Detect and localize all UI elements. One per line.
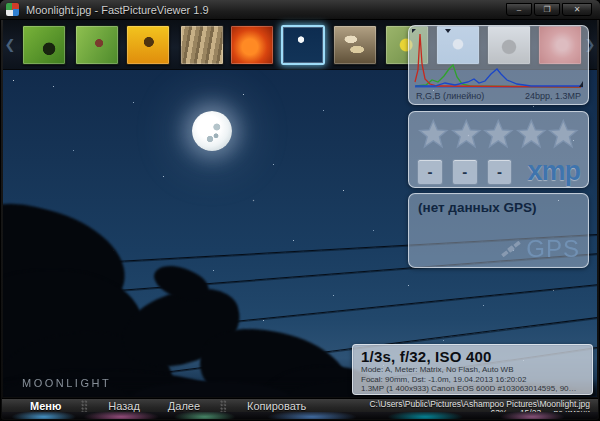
close-button[interactable]: ✕ [562, 3, 592, 16]
back-button[interactable]: Назад [94, 400, 154, 412]
taskbar-reflection [2, 412, 598, 419]
thumbnail-fly[interactable] [22, 25, 66, 65]
histogram-panel: R,G,B (линейно) 24bpp, 1.3MP [408, 25, 589, 105]
window-title: Moonlight.jpg - FastPictureViewer 1.9 [26, 4, 506, 16]
gps-panel: (нет данных GPS) GPS [408, 193, 589, 268]
rating-panel: - - - xmp [408, 111, 589, 188]
star-icon[interactable] [515, 117, 548, 151]
stars [13, 80, 14, 81]
satellite-icon [498, 237, 524, 261]
histogram-size-label: 24bpp, 1.3MP [525, 91, 581, 101]
thumbnail-mushrooms[interactable] [333, 25, 377, 65]
thumbnail-orange-flower[interactable] [230, 25, 274, 65]
copy-button[interactable]: Копировать [233, 400, 320, 412]
xmp-logo: xmp [527, 156, 580, 187]
app-window: Moonlight.jpg - FastPictureViewer 1.9 – … [0, 0, 600, 421]
xmp-flag-button[interactable]: - [417, 159, 443, 185]
exif-headline: 1/3s, f/32, ISO 400 [361, 348, 584, 365]
minimize-button[interactable]: – [506, 3, 532, 16]
app-icon [6, 3, 19, 16]
exif-line-mode: Mode: A, Meter: Matrix, No Flash, Auto W… [361, 365, 584, 375]
photo-watermark: MOONLIGHT [22, 377, 111, 389]
xmp-flag-button[interactable]: - [487, 159, 513, 185]
thumbnail-moon-selected[interactable] [281, 25, 325, 65]
toolbar-grip-icon [220, 400, 227, 412]
titlebar: Moonlight.jpg - FastPictureViewer 1.9 – … [0, 0, 600, 20]
star-icon[interactable] [450, 117, 483, 151]
exif-line-focal: Focal: 90mm, Dst: -1.0m, 19.04.2013 16:2… [361, 375, 584, 385]
menu-button[interactable]: Меню [16, 400, 75, 412]
exif-panel: 1/3s, f/32, ISO 400 Mode: A, Meter: Matr… [352, 344, 593, 395]
rgb-histogram-chart [413, 30, 585, 90]
xmp-flag-button[interactable]: - [452, 159, 478, 185]
moon [192, 111, 232, 151]
toolbar-grip-icon [81, 400, 88, 412]
exif-line-camera: 1.3MP (1 400x933) Canon EOS 600D #103063… [361, 384, 584, 394]
bottom-toolbar: Меню Назад Далее Копировать C:\Users\Pub… [2, 398, 598, 419]
gps-logo: GPS [526, 235, 580, 263]
next-button[interactable]: Далее [154, 400, 214, 412]
filmstrip-prev-arrow-icon[interactable]: ❮ [3, 26, 17, 64]
thumbnail-wheat[interactable] [180, 25, 224, 65]
maximize-button[interactable]: ❐ [534, 3, 560, 16]
star-icon[interactable] [547, 117, 580, 151]
thumbnail-dragonfly[interactable] [75, 25, 119, 65]
gps-status-text: (нет данных GPS) [418, 200, 579, 215]
star-icon[interactable] [417, 117, 450, 151]
thumbnail-sunflower[interactable] [126, 25, 170, 65]
star-icon[interactable] [482, 117, 515, 151]
histogram-mode-label: R,G,B (линейно) [416, 91, 484, 101]
